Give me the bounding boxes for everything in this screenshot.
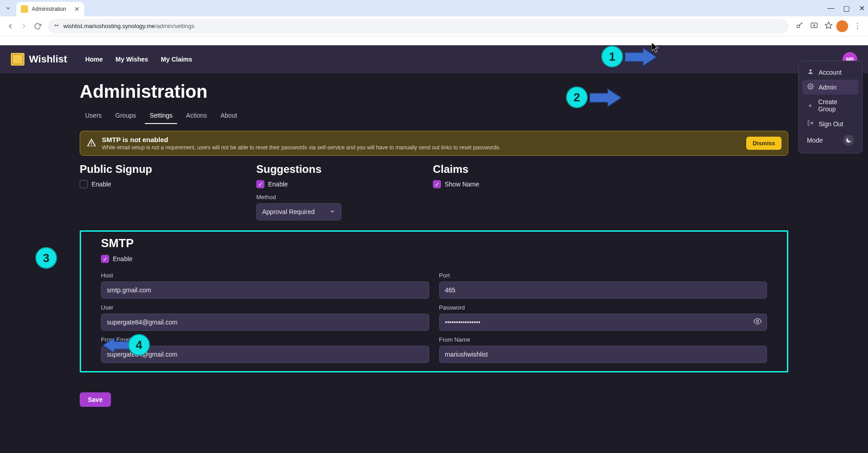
chevron-down-icon <box>329 208 336 216</box>
plus-icon: + <box>807 102 814 109</box>
svg-point-8 <box>810 69 812 72</box>
smtp-warning-banner: SMTP is not enabled While email setup is… <box>80 131 788 156</box>
from-name-label: From Name <box>439 336 767 343</box>
app-navbar: Wishlist Home My Wishes My Claims MB <box>0 45 868 73</box>
host-input[interactable]: smtp.gmail.com <box>101 281 429 299</box>
public-signup-title: Public Signup <box>80 163 256 176</box>
site-info-icon[interactable] <box>53 22 60 30</box>
public-signup-section: Public Signup Enable <box>80 163 256 220</box>
dropdown-mode-label: Mode <box>807 137 823 144</box>
user-dropdown-menu: Account Admin + Create Group Sign Out Mo… <box>798 61 863 153</box>
nav-my-claims[interactable]: My Claims <box>161 56 192 63</box>
password-input[interactable]: •••••••••••••••• <box>439 314 767 331</box>
annotation-arrow-2 <box>590 86 621 109</box>
tab-title: Administration <box>32 6 66 12</box>
svg-point-3 <box>797 25 800 28</box>
app-logo-icon <box>11 53 24 66</box>
tab-groups[interactable]: Groups <box>115 109 137 124</box>
suggestions-title: Suggestions <box>256 163 433 176</box>
dismiss-button[interactable]: Dismiss <box>746 137 782 150</box>
public-signup-checkbox[interactable] <box>80 180 88 188</box>
annotation-3: 3 <box>35 247 57 269</box>
smtp-enable-label: Enable <box>113 255 133 262</box>
back-button[interactable] <box>4 19 17 33</box>
profile-avatar-icon[interactable] <box>836 20 848 32</box>
from-email-input[interactable]: supergate84@gmail.com <box>101 346 429 363</box>
url-bar[interactable]: wishlist.mariushosting.synology.me/admin… <box>48 19 788 33</box>
svg-marker-13 <box>103 338 130 353</box>
eye-icon[interactable] <box>753 317 762 327</box>
browser-menu-icon[interactable]: ⋮ <box>851 19 864 33</box>
dropdown-admin[interactable]: Admin <box>802 80 858 95</box>
method-label: Method <box>256 194 433 200</box>
gear-icon <box>807 83 814 91</box>
window-minimize-icon[interactable]: — <box>827 4 834 12</box>
password-label: Password <box>439 304 767 311</box>
cursor-icon <box>652 43 660 55</box>
banner-title: SMTP is not enabled <box>102 136 741 143</box>
tab-close-icon[interactable]: ✕ <box>70 5 80 13</box>
password-key-icon[interactable] <box>796 21 804 31</box>
dropdown-create-group[interactable]: + Create Group <box>802 95 858 116</box>
url-domain: wishlist.mariushosting.synology.me <box>63 23 155 29</box>
password-value: •••••••••••••••• <box>445 319 480 326</box>
url-path: /admin/settings <box>155 23 194 29</box>
save-button[interactable]: Save <box>80 392 111 407</box>
svg-marker-6 <box>825 22 832 28</box>
annotation-4: 4 <box>128 334 150 356</box>
suggestions-section: Suggestions ✓ Enable Method Approval Req… <box>256 163 433 220</box>
dropdown-create-group-label: Create Group <box>818 98 854 113</box>
browser-tab[interactable]: Administration ✕ <box>16 2 84 16</box>
port-input[interactable]: 465 <box>439 281 767 299</box>
tab-settings[interactable]: Settings <box>149 109 173 124</box>
svg-point-0 <box>55 25 56 26</box>
forward-button[interactable] <box>17 19 31 33</box>
app-title: Wishlist <box>29 53 67 65</box>
dropdown-sign-out-label: Sign Out <box>819 120 843 128</box>
dropdown-mode-row: Mode <box>802 131 858 149</box>
tab-users[interactable]: Users <box>84 109 103 124</box>
svg-point-1 <box>58 25 58 26</box>
install-app-icon[interactable] <box>810 21 818 31</box>
tab-list-chevron[interactable] <box>2 2 14 14</box>
smtp-enable-checkbox[interactable]: ✓ <box>101 255 109 263</box>
public-signup-label: Enable <box>91 181 111 188</box>
svg-marker-12 <box>590 89 621 107</box>
method-value: Approval Required <box>262 208 315 215</box>
from-name-input[interactable]: mariushwishlist <box>439 346 767 363</box>
window-maximize-icon[interactable]: ▢ <box>843 4 850 13</box>
claims-label: Show Name <box>445 181 479 188</box>
tab-actions[interactable]: Actions <box>185 109 208 124</box>
port-label: Port <box>439 272 767 279</box>
from-name-value: mariushwishlist <box>445 351 488 358</box>
host-value: smtp.gmail.com <box>107 286 151 294</box>
bookmark-star-icon[interactable] <box>825 21 833 31</box>
tab-about[interactable]: About <box>220 109 238 124</box>
method-select[interactable]: Approval Required <box>256 203 341 220</box>
dropdown-account-label: Account <box>819 69 842 76</box>
port-value: 465 <box>445 286 456 294</box>
banner-subtitle: While email setup is not a requirement, … <box>102 144 741 151</box>
claims-checkbox[interactable]: ✓ <box>433 180 441 188</box>
user-input[interactable]: supergate84@gmail.com <box>101 314 429 331</box>
user-label: User <box>101 304 429 311</box>
dropdown-sign-out[interactable]: Sign Out <box>802 116 858 131</box>
window-close-icon[interactable]: ✕ <box>858 4 865 13</box>
admin-tabs: Users Groups Settings Actions About <box>0 106 868 124</box>
dropdown-account[interactable]: Account <box>802 65 858 80</box>
browser-toolbar: wishlist.mariushosting.synology.me/admin… <box>0 16 868 36</box>
dropdown-admin-label: Admin <box>819 84 837 91</box>
claims-title: Claims <box>433 163 788 176</box>
from-email-label: From Email <box>101 336 429 343</box>
smtp-title: SMTP <box>101 236 767 250</box>
page-title: Administration <box>0 73 868 106</box>
person-icon <box>807 68 814 76</box>
reload-button[interactable] <box>31 19 44 33</box>
host-label: Host <box>101 272 429 279</box>
nav-my-wishes[interactable]: My Wishes <box>115 56 148 63</box>
smtp-section-highlight: SMTP ✓ Enable Host smtp.gmail.com Port 4… <box>80 230 788 372</box>
suggestions-checkbox[interactable]: ✓ <box>256 180 264 188</box>
nav-home[interactable]: Home <box>85 56 103 63</box>
theme-toggle[interactable] <box>843 135 854 146</box>
warning-icon <box>86 138 96 149</box>
